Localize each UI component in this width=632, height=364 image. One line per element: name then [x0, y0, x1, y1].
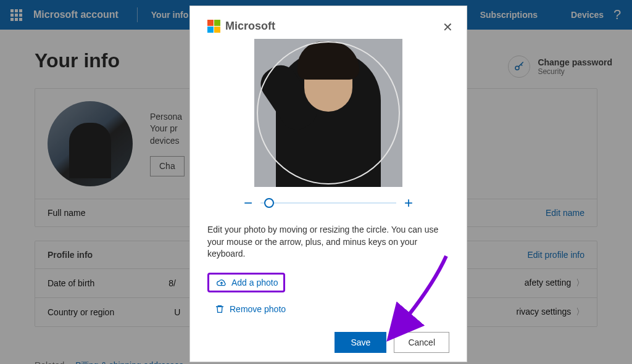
zoom-thumb[interactable]: [264, 198, 274, 208]
save-button[interactable]: Save: [335, 332, 386, 353]
instructions-text: Edit your photo by moving or resizing th…: [207, 224, 449, 260]
photo-crop-area[interactable]: [254, 39, 402, 187]
microsoft-logo: Microsoft: [207, 20, 449, 33]
close-icon[interactable]: ✕: [443, 20, 453, 35]
cancel-button[interactable]: Cancel: [394, 332, 449, 353]
zoom-in-button[interactable]: +: [402, 196, 415, 210]
photo-edit-modal: Microsoft ✕ − + Edit your photo by movin…: [190, 6, 467, 362]
add-photo-link[interactable]: Add a photo: [212, 275, 283, 291]
zoom-out-button[interactable]: −: [242, 196, 254, 210]
add-photo-highlight: Add a photo: [207, 273, 285, 292]
trash-icon: [215, 304, 225, 314]
zoom-track[interactable]: [260, 202, 396, 204]
cloud-upload-icon: [217, 278, 227, 287]
zoom-slider: − +: [207, 196, 449, 210]
remove-photo-link[interactable]: Remove photo: [210, 301, 449, 317]
